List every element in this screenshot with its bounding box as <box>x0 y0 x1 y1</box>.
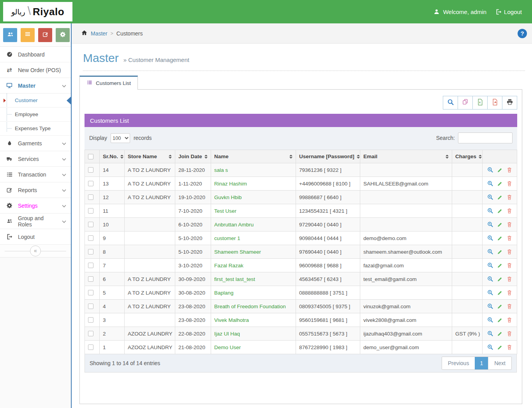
sidebar-subitem-expenses-type[interactable]: Expenses Type <box>0 122 71 136</box>
sidebar-item-dashboard[interactable]: Dashboard <box>0 47 71 62</box>
cell-customer-name[interactable]: Fazal Razak <box>211 259 296 272</box>
toolbar-search-button[interactable] <box>443 96 458 110</box>
edit-button[interactable] <box>497 181 503 186</box>
delete-button[interactable] <box>507 167 512 173</box>
col-header-charges[interactable]: Charges <box>452 150 483 163</box>
toolbar-pdf-button[interactable] <box>487 96 502 110</box>
col-header-store-name[interactable]: Store Name <box>125 150 175 163</box>
col-header-username[interactable]: Username [Password] <box>296 150 360 163</box>
view-zoom-button[interactable] <box>487 262 493 268</box>
row-checkbox[interactable] <box>88 344 93 350</box>
toolbar-print-button[interactable] <box>502 96 517 110</box>
edit-button[interactable] <box>497 331 503 336</box>
row-checkbox[interactable] <box>88 194 93 200</box>
edit-button[interactable] <box>497 249 503 254</box>
app-logo[interactable]: ريالو \ Riyalo <box>3 2 72 21</box>
delete-button[interactable] <box>507 276 512 282</box>
delete-button[interactable] <box>507 194 512 200</box>
view-zoom-button[interactable] <box>487 208 493 214</box>
page-size-select[interactable]: 100 <box>111 133 130 143</box>
cell-customer-name[interactable]: customer 1 <box>211 231 296 245</box>
view-zoom-button[interactable] <box>487 303 493 309</box>
edit-button[interactable] <box>497 235 503 241</box>
col-header-srno[interactable]: Sr.No. <box>100 150 125 163</box>
sidebar-item-new-order-pos[interactable]: ⇄ New Order (POS) <box>0 62 71 78</box>
delete-button[interactable] <box>507 330 512 337</box>
view-zoom-button[interactable] <box>487 249 493 255</box>
previous-page-button[interactable]: Previous <box>442 357 475 369</box>
cell-customer-name[interactable]: Test User <box>211 204 296 218</box>
quick-gear-button[interactable] <box>56 28 70 42</box>
sidebar-item-reports[interactable]: Reports <box>0 182 71 198</box>
cell-customer-name[interactable]: sala s <box>211 163 296 177</box>
cell-customer-name[interactable]: Guvkn Hbib <box>211 191 296 204</box>
col-header-join-date[interactable]: Join Date <box>175 150 211 163</box>
breadcrumb-master-link[interactable]: Master <box>91 30 107 37</box>
view-zoom-button[interactable] <box>487 290 493 296</box>
view-zoom-button[interactable] <box>487 317 493 323</box>
cell-customer-name[interactable]: Anbruttan Ambru <box>211 218 296 231</box>
view-zoom-button[interactable] <box>487 344 493 350</box>
logout-link[interactable]: Logout <box>495 9 522 15</box>
row-checkbox[interactable] <box>88 304 93 309</box>
delete-button[interactable] <box>507 303 512 309</box>
edit-button[interactable] <box>497 317 503 323</box>
view-zoom-button[interactable] <box>487 180 493 187</box>
sidebar-item-settings[interactable]: Settings <box>0 198 71 214</box>
help-button[interactable]: ? <box>518 29 527 38</box>
row-checkbox[interactable] <box>88 208 93 214</box>
next-page-button[interactable]: Next <box>488 357 511 369</box>
page-number-button[interactable]: 1 <box>475 357 488 369</box>
cell-customer-name[interactable]: Baplang <box>211 286 296 300</box>
cell-customer-name[interactable]: Ijaz Ul Haq <box>211 327 296 341</box>
sidebar-item-services[interactable]: Services <box>0 151 71 167</box>
delete-button[interactable] <box>507 290 512 296</box>
quick-users-button[interactable] <box>3 28 17 42</box>
tab-customers-list[interactable]: Customers List <box>79 76 138 90</box>
delete-button[interactable] <box>507 317 512 323</box>
sidebar-item-master[interactable]: Master <box>0 78 71 94</box>
view-zoom-button[interactable] <box>487 167 493 173</box>
cell-customer-name[interactable]: Rinaz Hashim <box>211 177 296 191</box>
col-header-email[interactable]: Email <box>360 150 452 163</box>
sidebar-subitem-employee[interactable]: Employee <box>0 108 71 122</box>
edit-button[interactable] <box>497 208 503 214</box>
sidebar-item-garments[interactable]: Garments <box>0 136 71 151</box>
edit-button[interactable] <box>497 276 503 282</box>
row-checkbox[interactable] <box>88 222 93 227</box>
edit-button[interactable] <box>497 167 503 173</box>
view-zoom-button[interactable] <box>487 194 493 200</box>
delete-button[interactable] <box>507 235 512 241</box>
home-icon[interactable] <box>81 30 88 37</box>
toolbar-copy-button[interactable] <box>458 96 473 110</box>
delete-button[interactable] <box>507 208 512 214</box>
sidebar-collapse-button[interactable]: « <box>30 246 41 256</box>
cell-customer-name[interactable]: Demo User <box>211 341 296 354</box>
edit-button[interactable] <box>497 263 503 268</box>
row-checkbox[interactable] <box>88 249 93 254</box>
edit-button[interactable] <box>497 194 503 200</box>
cell-customer-name[interactable]: Vivek Malhotra <box>211 313 296 327</box>
row-checkbox[interactable] <box>88 276 93 282</box>
select-all-checkbox[interactable] <box>88 154 93 159</box>
cell-customer-name[interactable]: Shameem Shameer <box>211 245 296 259</box>
edit-button[interactable] <box>497 222 503 227</box>
delete-button[interactable] <box>507 262 512 268</box>
row-checkbox[interactable] <box>88 263 93 268</box>
delete-button[interactable] <box>507 180 512 187</box>
view-zoom-button[interactable] <box>487 330 493 337</box>
sidebar-item-group-and-roles[interactable]: Group and Roles <box>0 214 71 229</box>
sidebar-item-logout[interactable]: Logout <box>0 229 71 245</box>
quick-list-button[interactable] <box>21 28 35 42</box>
edit-button[interactable] <box>497 344 503 350</box>
row-checkbox[interactable] <box>88 235 93 241</box>
edit-button[interactable] <box>497 290 503 295</box>
sidebar-subitem-customer[interactable]: Customer <box>0 94 71 108</box>
edit-button[interactable] <box>497 304 503 309</box>
row-checkbox[interactable] <box>88 290 93 295</box>
cell-customer-name[interactable]: first_test last_test <box>211 272 296 286</box>
view-zoom-button[interactable] <box>487 235 493 241</box>
quick-edit-button[interactable] <box>38 28 52 42</box>
row-checkbox[interactable] <box>88 317 93 323</box>
row-checkbox[interactable] <box>88 331 93 336</box>
